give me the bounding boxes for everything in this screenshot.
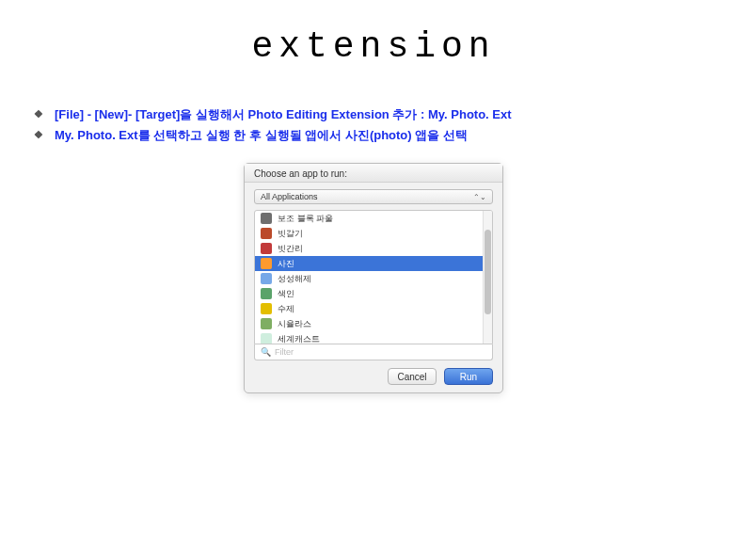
diamond-bullet-icon: ❖ (34, 104, 47, 124)
app-label: 보조 블록 파울 (278, 213, 333, 225)
search-icon: 🔍 (261, 347, 271, 357)
app-label: 빗갈기 (278, 228, 303, 240)
list-item[interactable]: 보조 블록 파울 (255, 211, 492, 226)
dropdown-selected: All Applications (261, 192, 318, 201)
chevron-up-down-icon: ⌃⌄ (473, 193, 486, 201)
diamond-bullet-icon: ❖ (34, 125, 47, 145)
app-icon (261, 228, 272, 239)
bullet-item: ❖ [File] - [New]- [Target]을 실행해서 Photo E… (34, 104, 747, 125)
scrollbar[interactable] (483, 211, 492, 344)
bullet-item: ❖ My. Photo. Ext를 선택하고 실행 한 후 실행될 앱에서 사진… (34, 125, 747, 146)
dialog-button-row: Cancel Run (245, 360, 502, 392)
list-item[interactable]: 시율라스 (255, 316, 492, 331)
app-list[interactable]: 보조 블록 파울빗갈기빗간리사진성성해제색인수제시율라스세계캐스트스카드 관정엠… (254, 210, 493, 344)
scrollbar-thumb[interactable] (485, 230, 491, 314)
app-icon (261, 318, 272, 329)
app-filter-dropdown[interactable]: All Applications ⌃⌄ (254, 189, 493, 204)
bullet-text: My. Photo. Ext를 선택하고 실행 한 후 실행될 앱에서 사진(p… (55, 125, 468, 146)
app-label: 시율라스 (278, 318, 311, 330)
app-icon (261, 333, 272, 344)
list-item[interactable]: 성성해제 (255, 271, 492, 286)
app-icon (261, 213, 272, 224)
app-label: 성성해제 (278, 273, 311, 285)
list-item[interactable]: 세계캐스트 (255, 331, 492, 344)
app-label: 수제 (278, 303, 294, 315)
app-label: 색인 (278, 288, 294, 300)
bullet-text: [File] - [New]- [Target]을 실행해서 Photo Edi… (55, 104, 512, 125)
app-icon (261, 288, 272, 299)
app-icon (261, 303, 272, 314)
list-item[interactable]: 사진 (255, 256, 492, 271)
list-item[interactable]: 수제 (255, 301, 492, 316)
dialog-header: Choose an app to run: (245, 164, 502, 183)
app-label: 세계캐스트 (278, 333, 320, 344)
app-icon (261, 273, 272, 284)
app-label: 빗간리 (278, 243, 303, 255)
app-icon (261, 258, 272, 269)
bullet-list: ❖ [File] - [New]- [Target]을 실행해서 Photo E… (0, 104, 747, 146)
run-button[interactable]: Run (444, 368, 493, 385)
app-icon (261, 243, 272, 254)
choose-app-dialog: Choose an app to run: All Applications ⌃… (244, 163, 503, 393)
page-title: extension (0, 0, 747, 67)
filter-placeholder: Filter (275, 347, 294, 357)
cancel-button[interactable]: Cancel (388, 368, 437, 385)
list-item[interactable]: 빗간리 (255, 241, 492, 256)
app-label: 사진 (278, 258, 294, 270)
list-item[interactable]: 빗갈기 (255, 226, 492, 241)
list-item[interactable]: 색인 (255, 286, 492, 301)
filter-input[interactable]: 🔍 Filter (254, 344, 493, 360)
